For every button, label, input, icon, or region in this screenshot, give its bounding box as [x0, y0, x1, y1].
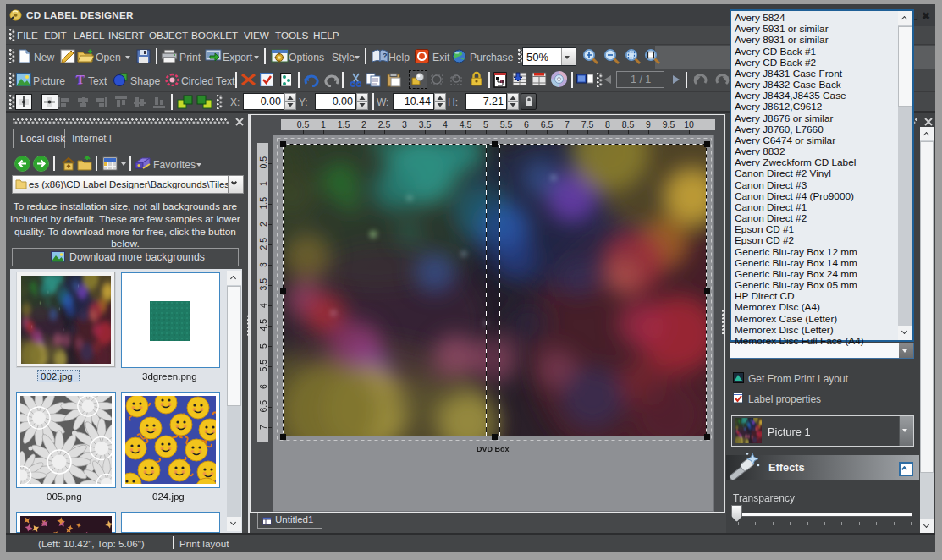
svg-text:?: ? [383, 52, 388, 60]
svg-text:T: T [76, 73, 85, 86]
